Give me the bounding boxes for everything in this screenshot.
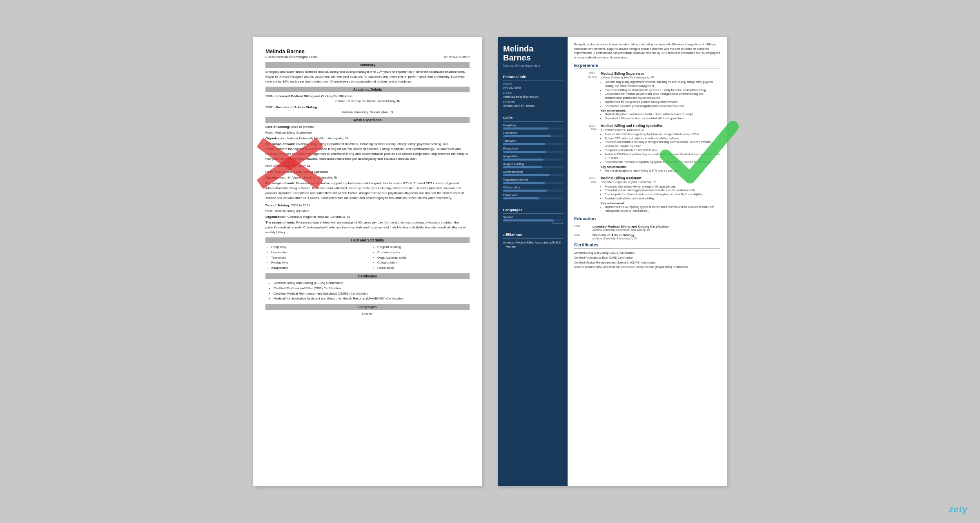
cert-l-1: Certified Billing and Coding (CBCS) Cert…: [274, 281, 470, 286]
cert-l-4: Medical Administrative Assistant and Ele…: [274, 296, 470, 302]
skill-r-1: Rapport building: [377, 245, 470, 250]
email-label: E-mail: [503, 92, 563, 94]
certs-header: Certificates: [265, 273, 470, 279]
edu-detail-right-1: Licensed Medical Billing and Coding Cert…: [592, 225, 669, 231]
edu-degree-2: Bachelor of Arts in Biology: [592, 233, 637, 237]
skill-rapport: Rapport building: [503, 163, 563, 168]
left-email: E-Mail: melinda.barnes@gmail.com: [265, 55, 317, 59]
edu-right-1: 2008 Licensed Medical Billing and Coding…: [574, 225, 720, 231]
exp-detail-2: Medical Billing and Coding Specialist St…: [601, 124, 720, 173]
skill-teamwork: Teamwork: [503, 139, 563, 145]
academic-content: 2008 - Licensed Medical Billing and Codi…: [265, 94, 470, 115]
cert-l-2: Certified Professional Biller (CPB) Cert…: [274, 286, 470, 291]
main-content: Energetic and experienced licensed medic…: [568, 37, 727, 486]
skill-hospitality: Hospitality: [503, 124, 563, 130]
exp-job-1: Medical Billing Supervisor: [601, 72, 720, 76]
linkedin-item: LinkedIn linkedin.com/in/m-barnes: [503, 101, 563, 107]
personal-info-title: Personal Info: [503, 75, 563, 80]
cert-l-3: Certified Medical Reimbursement Speciali…: [274, 291, 470, 297]
work-post-3: Post: Medical Billing Assistant: [265, 209, 470, 214]
skill-org: Organisational skills: [503, 178, 563, 184]
exp-key-ach-1: Medical billing team posted and submitte…: [601, 112, 720, 121]
exp-employer-2: St. Vincent Health's, Evansville, IN: [601, 128, 720, 131]
edu-school-right-2: Indiana University, Bloomington, IN: [592, 237, 637, 240]
exp-date-3: 2009 -2011: [574, 176, 597, 213]
affil-text: American Medical Billing Association (AM…: [503, 241, 563, 249]
edu-school-2: Indiana University, Bloomington, IN: [265, 110, 470, 115]
work-block-2: Date of Joining: 2012 to 2014 Post: Medi…: [265, 164, 470, 201]
lang-header: Languages: [265, 304, 470, 310]
skills-cols: Hospitality Leadership Teamwork Producti…: [265, 245, 470, 271]
left-tel: Tel: 574-282-6979: [443, 55, 470, 59]
left-name: Melinda Barnes: [265, 48, 470, 54]
certs-content: Certified Billing and Coding (CBCS) Cert…: [265, 281, 470, 302]
skill-leadership: Leadership: [503, 132, 563, 137]
exp-3: 2009 -2011 Medical Billing Assistant Col…: [574, 176, 720, 213]
summary-text: Energetic and experienced licensed medic…: [265, 69, 470, 84]
edu-right-2: 2007 Bachelor of Arts in Biology Indiana…: [574, 233, 720, 240]
sidebar-title: Medical Billing Supervisor: [503, 64, 563, 67]
work-org-2: Organization: St. Vincent Health's, Evan…: [265, 175, 470, 180]
skill-fiscal: Fiscal skills: [503, 194, 563, 199]
lang-content: Spanish: [265, 311, 470, 316]
zety-watermark: zety: [949, 504, 968, 515]
affil-title: Affiliations: [503, 233, 563, 239]
skill-collab: Collaboration: [503, 186, 563, 192]
work-post-2: Post: Medical Billing and Coding Special…: [265, 170, 470, 174]
work-block-3: Date of Joining: 2009 to 2011 Post: Medi…: [265, 203, 470, 235]
sidebar-name-block: Melinda Barnes Medical Billing Superviso…: [498, 37, 568, 72]
cert-r-2: Certified Professional Biller (CPB) Cert…: [574, 256, 720, 260]
skill-r-3: Organizational skills: [377, 255, 470, 261]
exp-employer-3: Columbus Regional Hospital, Columbus, IN: [601, 181, 720, 183]
exp-key-ach-label-2: Key achievements:: [601, 165, 720, 168]
edu-title-right: Education: [574, 216, 720, 222]
work-scope-2: The scope of work: Provided administrati…: [265, 181, 470, 201]
skill-l-2: Leadership: [271, 250, 363, 255]
sidebar-first-name: Melinda: [503, 44, 563, 53]
skill-r-2: Communication: [377, 250, 470, 255]
exp-date-1: 2015 -present: [574, 72, 597, 121]
cert-r-4: Medical Administrative Assistant and Ele…: [574, 265, 720, 269]
exp-key-ach-label-3: Key achievement:: [601, 202, 720, 205]
certs-title-right: Certificates: [574, 242, 720, 248]
skill-communication: Communication: [503, 170, 563, 176]
exp-detail-1: Medical Billing Supervisor Indiana Unive…: [601, 72, 720, 121]
skill-l-1: Hospitality: [271, 245, 363, 250]
edu-item-2: 2007 - Bachelor of Arts in Biology India…: [265, 105, 470, 115]
edu-school-1: Indiana University Southeast, New Albany…: [265, 99, 470, 104]
skill-productivity: Productivity: [503, 147, 563, 153]
exp-key-ach-label-1: Key achievements:: [601, 109, 720, 112]
edu-item-1: 2008 - Licensed Medical Billing and Codi…: [265, 94, 470, 104]
work-post-1: Post: Medical Billing Supervisor: [265, 130, 470, 135]
phone-value: 574-282-6979: [503, 86, 563, 89]
exp-employer-1: Indiana University Health, Indianapolis,…: [601, 76, 720, 79]
skills-title: Skills: [503, 116, 563, 122]
skills-header: Hard and Soft Skills: [265, 237, 470, 243]
lang-spanish: Spanish Advanced: [503, 216, 563, 224]
edu-year-right-1: 2008: [574, 225, 588, 231]
work-content: Date of Joining: 2015 to present Post: M…: [265, 125, 470, 235]
edu-cert-1: Licensed Medical Billing and Coding Cert…: [276, 94, 352, 98]
work-header: Work Experience: [265, 117, 470, 123]
edu-detail-right-2: Bachelor of Arts in Biology Indiana Univ…: [592, 233, 637, 240]
summary-header: Summary: [265, 62, 470, 68]
edu-year-2: 2007 -: [265, 105, 276, 109]
skill-l-4: Productivity: [271, 260, 363, 266]
left-contact: E-Mail: melinda.barnes@gmail.com Tel: 57…: [265, 55, 470, 59]
exp-key-ach-2: The overall acceptance rate of billing a…: [601, 169, 720, 173]
work-block-1: Date of Joining: 2015 to present Post: M…: [265, 125, 470, 161]
exp-detail-3: Medical Billing Assistant Columbus Regio…: [601, 176, 720, 213]
edu-degree-1: Licensed Medical Billing and Coding Cert…: [592, 225, 669, 228]
email-item: E-mail melinda.barnes@gmail.com: [503, 92, 563, 98]
skills-left-col: Hospitality Leadership Teamwork Producti…: [265, 245, 363, 271]
exp-1: 2015 -present Medical Billing Supervisor…: [574, 72, 720, 121]
work-org-3: Organization: Columbus Regional Hospital…: [265, 215, 470, 219]
sidebar: Melinda Barnes Medical Billing Superviso…: [498, 37, 568, 486]
exp-2: 2012 -2014 Medical Billing and Coding Sp…: [574, 124, 720, 173]
email-value: melinda.barnes@gmail.com: [503, 95, 563, 98]
right-summary: Energetic and experienced licensed medic…: [574, 42, 720, 60]
exp-job-3: Medical Billing Assistant: [601, 176, 720, 180]
edu-cert-2: Bachelor of Arts in Biology: [276, 105, 318, 109]
skill-r-5: Fiscal skills: [377, 266, 470, 271]
linkedin-value: linkedin.com/in/m-barnes: [503, 104, 563, 107]
